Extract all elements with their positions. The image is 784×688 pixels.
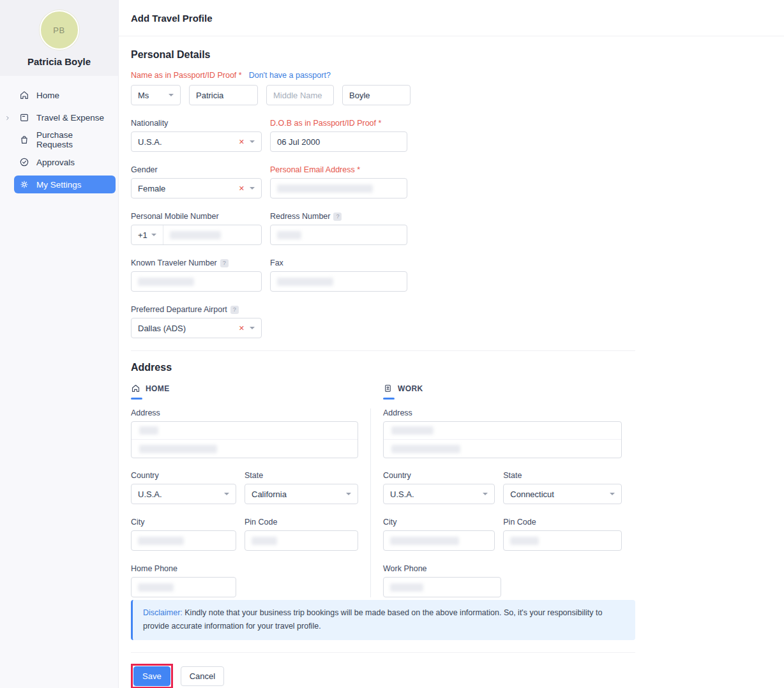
- state-value: California: [252, 490, 287, 499]
- country-code-select[interactable]: +1: [132, 225, 163, 244]
- departure-airport-select[interactable]: Dallas (ADS) ✕: [131, 318, 262, 338]
- clear-icon[interactable]: ✕: [239, 325, 245, 332]
- tab-label: WORK: [398, 384, 423, 393]
- sidebar-item-travel-expense[interactable]: Travel & Expense: [14, 108, 116, 126]
- ktn-label: Known Traveler Number: [131, 258, 217, 267]
- home-icon: [19, 90, 29, 100]
- home-address-column: Address Country U.S.A. State: [131, 408, 358, 597]
- redacted-value: [139, 445, 217, 453]
- info-icon[interactable]: ?: [230, 306, 239, 314]
- redacted-value: [390, 583, 423, 592]
- nationality-value: U.S.A.: [138, 137, 162, 147]
- sidebar-item-label: Travel & Expense: [36, 113, 104, 123]
- nationality-select[interactable]: U.S.A. ✕: [131, 131, 262, 152]
- personal-email-input[interactable]: [270, 178, 407, 198]
- home-phone-label: Home Phone: [131, 564, 177, 573]
- shopping-bag-icon: [19, 135, 29, 145]
- redacted-value: [390, 537, 459, 545]
- last-name-input[interactable]: Boyle: [342, 85, 411, 105]
- home-pin-input[interactable]: [245, 530, 358, 551]
- chevron-down-icon: [250, 187, 255, 190]
- clear-icon[interactable]: ✕: [239, 185, 245, 192]
- chevron-right-icon[interactable]: [4, 114, 11, 120]
- country-label: Country: [131, 471, 159, 480]
- title-value: Ms: [138, 91, 149, 100]
- state-label: State: [245, 471, 263, 480]
- country-label: Country: [383, 471, 411, 480]
- middle-name-input[interactable]: Middle Name: [266, 85, 334, 105]
- mobile-label: Personal Mobile Number: [131, 212, 219, 221]
- home-address-input[interactable]: [131, 421, 358, 458]
- work-pin-input[interactable]: [503, 530, 622, 551]
- tab-home-address[interactable]: HOME: [131, 384, 170, 400]
- active-tab-indicator: [131, 398, 142, 400]
- work-state-select[interactable]: Connecticut: [503, 484, 622, 504]
- expense-card-icon: [19, 112, 29, 123]
- name-label: Name as in Passport/ID Proof *: [131, 71, 242, 80]
- dob-input[interactable]: 06 Jul 2000: [270, 131, 407, 152]
- clear-icon[interactable]: ✕: [239, 138, 245, 146]
- redress-label: Redress Number: [270, 212, 330, 221]
- redacted-value: [277, 278, 333, 286]
- redacted-value: [277, 184, 373, 193]
- state-value: Connecticut: [510, 490, 554, 499]
- work-phone-label: Work Phone: [383, 564, 427, 573]
- home-city-input[interactable]: [131, 530, 236, 551]
- sidebar-item-purchase-requests[interactable]: Purchase Requests: [14, 131, 116, 149]
- redacted-value: [170, 231, 221, 239]
- tab-label: HOME: [146, 384, 170, 393]
- divider: [163, 225, 163, 244]
- redress-input[interactable]: [270, 225, 407, 245]
- save-highlight-annotation: Save: [131, 664, 173, 688]
- first-name-input[interactable]: Patricia: [189, 85, 258, 105]
- sidebar-item-label: Purchase Requests: [36, 130, 110, 149]
- info-icon[interactable]: ?: [220, 259, 229, 267]
- work-phone-input[interactable]: [383, 577, 501, 597]
- home-state-select[interactable]: California: [245, 484, 358, 504]
- redacted-value: [139, 426, 158, 435]
- home-country-select[interactable]: U.S.A.: [131, 484, 236, 504]
- personal-details-heading: Personal Details: [131, 49, 635, 61]
- city-label: City: [131, 518, 145, 527]
- home-phone-input[interactable]: [131, 577, 236, 597]
- chevron-down-icon: [483, 493, 488, 495]
- page-header: Add Travel Profile: [119, 0, 784, 36]
- sidebar-item-label: Home: [36, 91, 59, 100]
- gear-icon: [19, 179, 29, 190]
- cancel-button[interactable]: Cancel: [181, 666, 224, 686]
- save-button[interactable]: Save: [133, 666, 170, 686]
- pin-code-label: Pin Code: [245, 518, 277, 527]
- check-circle-icon: [19, 157, 29, 167]
- address-heading: Address: [131, 362, 635, 373]
- work-address-input[interactable]: [383, 421, 622, 458]
- tab-work-address[interactable]: WORK: [383, 384, 423, 400]
- section-divider: [131, 350, 635, 351]
- avatar-initials: PB: [53, 26, 64, 35]
- last-name-value: Boyle: [349, 91, 370, 100]
- chevron-down-icon: [169, 94, 174, 96]
- work-country-select[interactable]: U.S.A.: [383, 484, 495, 504]
- title-select[interactable]: Ms: [131, 85, 181, 105]
- known-traveler-input[interactable]: [131, 271, 262, 292]
- redacted-value: [277, 231, 301, 239]
- fax-label: Fax: [270, 258, 283, 267]
- email-label: Personal Email Address *: [270, 165, 360, 174]
- sidebar-item-home[interactable]: Home: [14, 86, 116, 104]
- no-passport-link[interactable]: Don't have a passport?: [249, 71, 331, 80]
- gender-select[interactable]: Female ✕: [131, 178, 262, 198]
- work-city-input[interactable]: [383, 530, 495, 551]
- sidebar-item-my-settings[interactable]: My Settings: [14, 176, 116, 193]
- mobile-input[interactable]: +1: [131, 225, 262, 245]
- country-code-value: +1: [138, 230, 147, 240]
- airport-value: Dallas (ADS): [138, 324, 186, 333]
- sidebar-item-label: Approvals: [36, 158, 75, 167]
- sidebar-item-approvals[interactable]: Approvals: [14, 153, 116, 171]
- info-icon[interactable]: ?: [333, 213, 342, 221]
- disclaimer-prefix: Disclaimer:: [143, 608, 183, 617]
- chevron-down-icon: [610, 493, 615, 495]
- disclaimer-note: Disclaimer: Kindly note that your busine…: [131, 600, 635, 640]
- active-tab-indicator: [383, 398, 395, 400]
- disclaimer-text: Kindly note that your business trip book…: [143, 608, 602, 631]
- work-badge-icon: [383, 384, 393, 393]
- fax-input[interactable]: [270, 271, 407, 292]
